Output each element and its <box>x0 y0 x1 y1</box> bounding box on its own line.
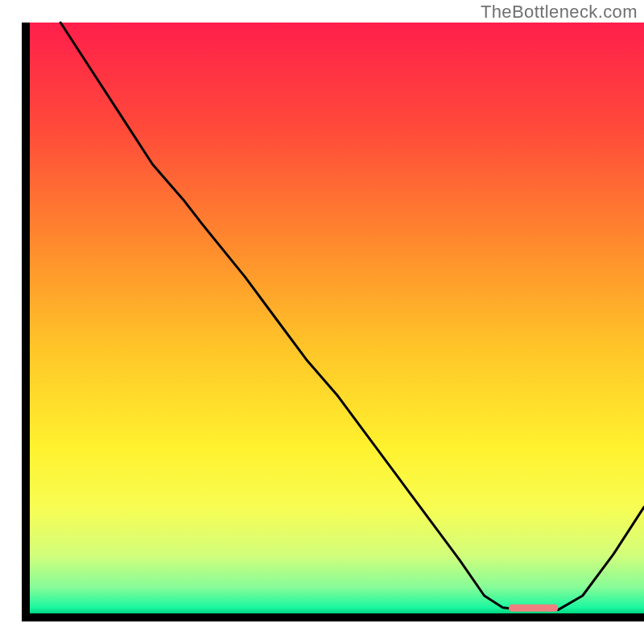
bottleneck-chart <box>0 0 644 644</box>
watermark-text: TheBottleneck.com <box>481 2 638 23</box>
gradient-background <box>30 23 644 613</box>
x-axis <box>22 613 644 621</box>
chart-container: TheBottleneck.com <box>0 0 644 644</box>
y-axis <box>22 23 30 621</box>
floor-marker <box>509 605 558 612</box>
